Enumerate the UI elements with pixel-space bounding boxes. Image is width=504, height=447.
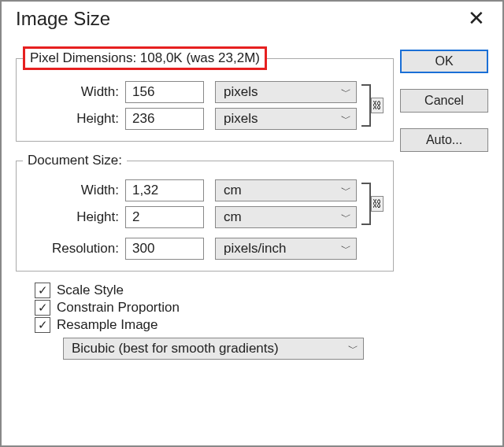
doc-height-unit-value: cm (224, 209, 242, 225)
chevron-down-icon: ﹀ (348, 342, 358, 356)
pixel-width-input[interactable]: 156 (125, 81, 204, 103)
ok-button[interactable]: OK (400, 50, 488, 73)
dialog-content: Pixel Dimensions: 108,0K (was 23,2M) Wid… (2, 31, 502, 369)
doc-constrain-link[interactable]: ⛓ (360, 175, 387, 233)
resample-image-label: Resample Image (57, 317, 158, 333)
titlebar: Image Size ✕ (2, 2, 502, 31)
pixel-width-unit-select[interactable]: pixels ﹀ (215, 81, 357, 103)
chevron-down-icon: ﹀ (341, 112, 351, 126)
pixel-dimensions-legend: Pixel Dimensions: 108,0K (was 23,2M) (23, 46, 267, 70)
pixel-height-unit-select[interactable]: pixels ﹀ (215, 108, 357, 130)
scale-style-label: Scale Style (57, 283, 124, 298)
doc-height-unit-select[interactable]: cm ﹀ (215, 206, 357, 228)
document-size-legend: Document Size: (23, 153, 127, 168)
pixel-width-unit-value: pixels (224, 84, 258, 100)
resolution-unit-select[interactable]: pixels/inch ﹀ (215, 238, 357, 260)
doc-width-input[interactable]: 1,32 (125, 179, 204, 201)
resample-method-select[interactable]: Bicubic (best for smooth gradients) ﹀ (63, 338, 364, 360)
chevron-down-icon: ﹀ (341, 210, 351, 224)
chevron-down-icon: ﹀ (341, 85, 351, 99)
chain-icon: ⛓ (371, 196, 384, 212)
scale-style-checkbox[interactable]: ✓ (35, 283, 50, 298)
constrain-proportion-label: Constrain Proportion (57, 300, 180, 316)
doc-width-unit-select[interactable]: cm ﹀ (215, 179, 357, 201)
pixel-constrain-link[interactable]: ⛓ (360, 76, 387, 135)
pixel-height-label: Height: (23, 111, 125, 127)
auto-button[interactable]: Auto... (400, 128, 488, 152)
right-column: OK Cancel Auto... (394, 39, 488, 364)
chevron-down-icon: ﹀ (341, 183, 351, 198)
resample-method-value: Bicubic (best for smooth gradients) (72, 341, 279, 356)
cancel-button[interactable]: Cancel (400, 89, 488, 113)
resolution-label: Resolution: (23, 241, 125, 257)
resolution-unit-value: pixels/inch (224, 241, 286, 257)
doc-height-input[interactable]: 2 (125, 206, 204, 228)
pixel-height-unit-value: pixels (224, 111, 258, 127)
pixel-dimensions-group: Pixel Dimensions: 108,0K (was 23,2M) Wid… (16, 46, 394, 142)
chevron-down-icon: ﹀ (341, 242, 351, 256)
dialog-title: Image Size (16, 8, 110, 30)
document-size-group: Document Size: Width: 1,32 cm ﹀ Height: … (16, 153, 394, 272)
pixel-width-label: Width: (23, 84, 125, 100)
resolution-input[interactable]: 300 (125, 238, 204, 260)
resample-image-checkbox[interactable]: ✓ (35, 317, 50, 333)
chain-icon: ⛓ (371, 98, 384, 113)
pixel-height-input[interactable]: 236 (125, 108, 204, 130)
doc-width-label: Width: (23, 183, 125, 198)
left-column: Pixel Dimensions: 108,0K (was 23,2M) Wid… (16, 39, 394, 364)
close-icon[interactable]: ✕ (460, 6, 493, 31)
constrain-proportion-checkbox[interactable]: ✓ (35, 300, 50, 316)
doc-width-unit-value: cm (224, 183, 242, 198)
doc-height-label: Height: (23, 209, 125, 225)
